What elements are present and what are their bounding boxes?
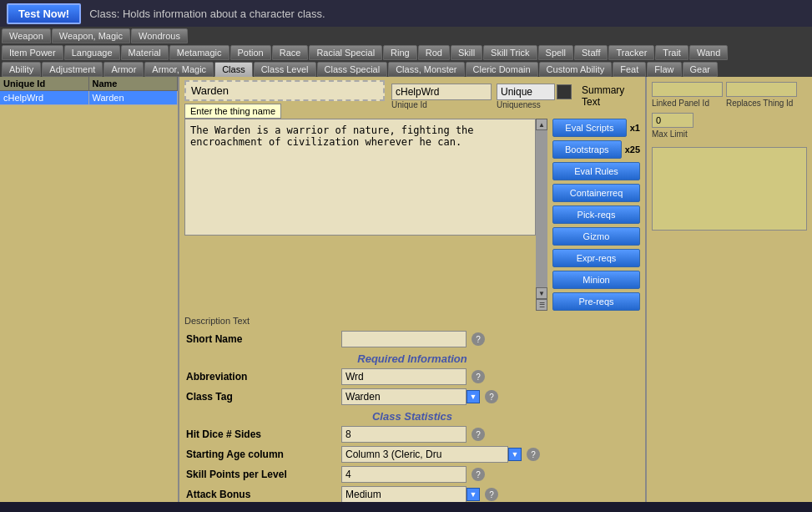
short-name-label: Short Name [186, 333, 336, 345]
right-panel-top-row: Linked Panel Id Replaces Thing Id [652, 82, 807, 108]
attack-bonus-help-icon[interactable]: ? [485, 488, 498, 501]
starting-age-input[interactable] [341, 446, 508, 463]
scroll-menu-btn[interactable]: ☰ [536, 299, 547, 311]
tab-class-monster[interactable]: Class, Monster [388, 62, 464, 77]
replaces-thing-input[interactable] [726, 82, 797, 97]
eval-scripts-button[interactable]: Eval Scripts [552, 119, 627, 137]
class-tag-dropdown-arrow[interactable]: ▼ [467, 390, 480, 403]
tab-wand[interactable]: Wand [689, 45, 728, 60]
center-panel: Enter the thing name Name Unique Id Uniq… [179, 77, 645, 502]
starting-age-dropdown-arrow[interactable]: ▼ [508, 448, 522, 461]
description-textarea[interactable]: The Warden is a warrior of nature, fight… [184, 119, 536, 236]
linked-panel-label: Linked Panel Id [652, 99, 723, 108]
tab-feat[interactable]: Feat [613, 62, 646, 77]
desc-area: The Warden is a warrior of nature, fight… [179, 115, 645, 314]
tab-adjustment[interactable]: Adjustment [42, 62, 103, 77]
tab-race[interactable]: Race [272, 45, 309, 60]
tab-weapon[interactable]: Weapon [2, 28, 51, 43]
tab-armor-magic[interactable]: Armor, Magic [144, 62, 214, 77]
tab-row-3: AbilityAdjustmentArmorArmor, MagicClassC… [0, 60, 812, 77]
pre-reqs-button[interactable]: Pre-reqs [552, 292, 640, 311]
max-limit-input[interactable] [652, 113, 693, 128]
bootstraps-button[interactable]: Bootstraps [552, 140, 622, 159]
scroll-down-btn[interactable]: ▼ [536, 287, 547, 299]
skill-points-row: Skill Points per Level ? [186, 466, 638, 483]
tab-spell[interactable]: Spell [538, 45, 573, 60]
scroll-up-btn[interactable]: ▲ [536, 119, 547, 130]
abbreviation-input[interactable] [341, 368, 467, 385]
expr-reqs-button[interactable]: Expr-reqs [552, 249, 640, 267]
class-tag-label: Class Tag [186, 391, 336, 403]
hit-dice-help-icon[interactable]: ? [472, 428, 485, 441]
short-name-row: Short Name ? [186, 331, 638, 347]
tab-language[interactable]: Language [64, 45, 120, 60]
tab-class-special[interactable]: Class Special [317, 62, 388, 77]
description-text-label: Description Text [179, 314, 645, 327]
top-bar: Test Now! Class: Holds information about… [0, 0, 812, 27]
cell-unique-id: cHelpWrd [0, 91, 89, 104]
attack-bonus-label: Attack Bonus [186, 489, 336, 500]
abbreviation-help-icon[interactable]: ? [472, 370, 485, 383]
short-name-help-icon[interactable]: ? [472, 332, 485, 346]
tab-trait[interactable]: Trait [655, 45, 688, 60]
scroll-track [536, 130, 547, 287]
header-name: Name [89, 77, 179, 90]
tab-row-1: WeaponWeapon, MagicWondrous [0, 27, 812, 43]
starting-age-help-icon[interactable]: ? [527, 448, 540, 461]
hit-dice-row: Hit Dice # Sides ? [186, 426, 638, 443]
unique-id-input[interactable] [391, 84, 492, 100]
tab-class-level[interactable]: Class Level [254, 62, 316, 77]
test-now-button[interactable]: Test Now! [7, 3, 81, 24]
tab-row-2: Item PowerLanguageMaterialMetamagicPotio… [0, 43, 812, 60]
tab-racial-special[interactable]: Racial Special [309, 45, 382, 60]
abbreviation-label: Abbreviation [186, 371, 336, 383]
eval-rules-button[interactable]: Eval Rules [552, 162, 640, 180]
containerreq-button[interactable]: Containerreq [552, 184, 640, 202]
tab-armor[interactable]: Armor [103, 62, 144, 77]
tab-potion[interactable]: Potion [230, 45, 271, 60]
uniqueness-field-group: Uniqueness [497, 84, 572, 109]
skill-points-input[interactable] [341, 466, 467, 483]
hit-dice-input[interactable] [341, 426, 467, 443]
scrollbar[interactable]: ▲ ▼ ☰ [536, 119, 547, 311]
tab-weapon-magic[interactable]: Weapon, Magic [52, 28, 130, 43]
uniqueness-color-picker[interactable] [557, 84, 572, 99]
starting-age-label: Starting Age column [186, 449, 336, 460]
name-input-wrapper: Enter the thing name Name [184, 80, 385, 112]
tab-skill[interactable]: Skill [451, 45, 482, 60]
starting-age-row: Starting Age column ▼ ? [186, 446, 638, 463]
tab-gear[interactable]: Gear [683, 62, 718, 77]
tab-flaw[interactable]: Flaw [647, 62, 681, 77]
gizmo-button[interactable]: Gizmo [552, 227, 640, 246]
tab-tracker[interactable]: Tracker [608, 45, 654, 60]
class-tag-input[interactable] [341, 388, 467, 405]
tab-staff[interactable]: Staff [574, 45, 608, 60]
tab-material[interactable]: Material [121, 45, 169, 60]
tooltip-box: Enter the thing name [184, 104, 281, 119]
name-input[interactable] [184, 80, 385, 101]
summary-text-label: Summary Text [582, 84, 640, 108]
tab-metamagic[interactable]: Metamagic [169, 45, 229, 60]
tab-skill-trick[interactable]: Skill Trick [483, 45, 537, 60]
tab-item-power[interactable]: Item Power [2, 45, 63, 60]
replaces-thing-field: Replaces Thing Id [726, 82, 797, 108]
attack-bonus-input[interactable] [341, 486, 467, 502]
minion-button[interactable]: Minion [552, 271, 640, 289]
short-name-input[interactable] [341, 331, 467, 347]
tab-custom-ability[interactable]: Custom Ability [539, 62, 613, 77]
linked-panel-input[interactable] [652, 82, 723, 97]
tab-ring[interactable]: Ring [383, 45, 417, 60]
attack-bonus-dropdown-arrow[interactable]: ▼ [467, 488, 480, 501]
class-tag-help-icon[interactable]: ? [485, 390, 498, 403]
tab-wondrous[interactable]: Wondrous [131, 28, 188, 43]
max-limit-label: Max Limit [652, 129, 807, 139]
skill-points-help-icon[interactable]: ? [472, 468, 485, 481]
uniqueness-label: Uniqueness [497, 100, 572, 109]
tab-class[interactable]: Class [214, 62, 253, 77]
tab-rod[interactable]: Rod [418, 45, 450, 60]
table-row[interactable]: cHelpWrd Warden [0, 91, 178, 105]
pick-reqs-button[interactable]: Pick-reqs [552, 205, 640, 224]
tab-ability[interactable]: Ability [2, 62, 41, 77]
uniqueness-input[interactable] [497, 84, 555, 100]
tab-cleric-domain[interactable]: Cleric Domain [466, 62, 538, 77]
